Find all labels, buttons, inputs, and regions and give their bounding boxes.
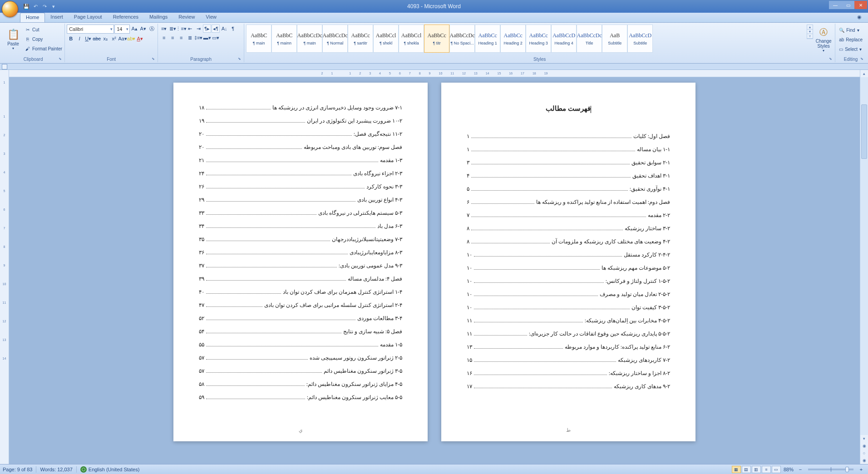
style-item[interactable]: AaBbCcDc¶ Normal [322,25,348,53]
show-marks-icon[interactable]: ¶ [229,25,237,33]
minimize-button[interactable]: — [829,1,842,9]
multilevel-icon[interactable]: ⋮≡▾ [177,25,185,33]
select-button[interactable]: ▭Select ▾ [839,44,863,54]
view-draft-icon[interactable]: ▭ [772,466,781,473]
underline-icon[interactable]: U▾ [84,35,92,43]
inc-indent-icon[interactable]: ⇥ [194,25,202,33]
paste-button[interactable]: 📋 Paste ▾ [4,25,23,54]
view-outline-icon[interactable]: ≡ [762,466,771,473]
align-left-icon[interactable]: ≡ [160,34,168,42]
toc-line: ۳-۵-۲ کیفیت توان۱۰ [467,304,670,311]
numbering-icon[interactable]: ≣▾ [168,25,177,33]
ltr-icon[interactable]: ¶▸ [203,25,211,33]
quick-access-toolbar: 💾 ↶ ↷ ▾ [23,3,57,10]
tab-view[interactable]: View [200,13,222,22]
styles-scroll[interactable]: ▴▾▿ [807,25,813,39]
replace-button[interactable]: abReplace [839,35,863,44]
rtl-icon[interactable]: ◂¶ [212,25,220,33]
sort-icon[interactable]: A↓ [220,25,228,33]
style-item[interactable]: AaBbCcl¶ shekla [399,25,424,53]
maximize-button[interactable]: ▭ [842,1,854,9]
close-button[interactable]: ✕ [854,1,867,9]
status-page[interactable]: Page: 9 of 83 [3,467,32,472]
zoom-in-icon[interactable]: + [857,465,865,474]
change-case-icon[interactable]: Aa▾ [118,35,127,43]
style-item[interactable]: AaBbCcDSubtitle [627,25,653,53]
font-size-combo[interactable]: 14 [114,25,130,34]
copy-button[interactable]: ⎘Copy [24,35,62,44]
save-icon[interactable]: 💾 [23,3,30,10]
help-icon[interactable]: ◉ [854,13,864,22]
style-item[interactable]: AaBbCc¶ titr [424,25,449,53]
cut-button[interactable]: ✂Cut [24,25,62,34]
tab-home[interactable]: Home [20,13,45,22]
undo-icon[interactable]: ↶ [32,3,39,10]
paste-label: Paste [7,41,19,46]
style-item[interactable]: AaBbCcHeading 3 [526,25,551,53]
dec-indent-icon[interactable]: ⇤ [186,25,194,33]
language-icon[interactable] [80,466,87,473]
style-item[interactable]: AaBbCcDHeading 4 [551,25,577,53]
bold-icon[interactable]: B [67,35,75,43]
shading-icon[interactable]: ▬▾ [203,34,211,42]
view-print-layout-icon[interactable]: ▦ [732,466,741,473]
style-item[interactable]: AaBbCc¶ sartitr [348,25,373,53]
style-item[interactable]: AaBbCcl¶ shekl [373,25,399,53]
highlight-icon[interactable]: ab▾ [127,35,135,43]
scroll-down-icon[interactable]: ▾ [860,435,868,442]
borders-icon[interactable]: ▭▾ [212,34,220,42]
zoom-slider[interactable] [808,469,853,470]
office-button[interactable] [2,1,18,17]
change-styles-button[interactable]: Ⓐ Change Styles ▾ [814,25,833,54]
tab-page-layout[interactable]: Page Layout [69,13,108,22]
status-words[interactable]: Words: 12,037 [40,467,72,472]
tab-mailings[interactable]: Mailings [144,13,173,22]
vertical-scrollbar[interactable]: ▴ ▾ ◉ ○ ◉ [860,70,868,464]
bullets-icon[interactable]: ≡▾ [160,25,168,33]
redo-icon[interactable]: ↷ [41,3,48,10]
style-item[interactable]: AaBbCcDc¶ No Spaci... [449,25,475,53]
browse-object-icon[interactable]: ○ [860,449,868,457]
prev-page-icon[interactable]: ◉ [860,442,868,449]
style-item[interactable]: AaBbCcHeading 1 [475,25,500,53]
style-item[interactable]: AaBbCcDcTitle [577,25,602,53]
toc-line: ۴-۳ انواع توربین بادی۲۹ [199,197,402,203]
zoom-level[interactable]: 88% [784,467,794,472]
qat-more-icon[interactable]: ▾ [50,3,57,10]
styles-gallery[interactable]: AaBbC¶ mainAaBbC¶ mainnAaBbCcDc¶ matnAaB… [246,25,806,53]
zoom-out-icon[interactable]: − [796,465,804,474]
style-item[interactable]: AaBbC¶ mainn [271,25,297,53]
ruler-toggle-icon[interactable] [2,64,7,69]
clear-format-icon[interactable]: Ⓐ [148,25,156,33]
format-painter-button[interactable]: 🖌Format Painter [24,44,62,53]
justify-icon[interactable]: ≣ [186,34,194,42]
tab-insert[interactable]: Insert [45,13,69,22]
superscript-icon[interactable]: x² [110,35,118,43]
subscript-icon[interactable]: x₂ [101,35,109,43]
status-language[interactable]: English (United States) [89,467,140,472]
style-item[interactable]: AaBSubtitle [602,25,627,53]
italic-icon[interactable]: I [75,35,84,43]
grow-font-icon[interactable]: A▴ [130,25,138,33]
tab-references[interactable]: References [108,13,144,22]
style-item[interactable]: AaBbC¶ main [246,25,271,53]
font-color-icon[interactable]: A▾ [136,35,144,43]
align-center-icon[interactable]: ≡ [168,34,177,42]
toc-line: ۳-۵ ژنراتور سنکرون مغناطیس دائم۵۷ [199,368,402,375]
style-item[interactable]: AaBbCcHeading 2 [500,25,526,53]
font-name-combo[interactable]: Calibri [67,25,114,34]
find-button[interactable]: 🔍Find ▾ [839,25,863,35]
scroll-thumb[interactable] [861,104,867,159]
tab-review[interactable]: Review [173,13,200,22]
align-right-icon[interactable]: ≡ [177,34,185,42]
strike-icon[interactable]: abc [93,35,101,43]
next-page-icon[interactable]: ◉ [860,457,868,464]
shrink-font-icon[interactable]: A▾ [139,25,147,33]
toc-line: فصل سوم: توربین های بادی ومباحث مربوطه۲۰ [199,144,402,151]
view-web-icon[interactable]: ▥ [752,466,761,473]
line-spacing-icon[interactable]: ‡≡▾ [194,34,202,42]
scroll-up-icon[interactable]: ▴ [860,70,868,77]
document-scroll[interactable]: 1918171615141312111098765432112 ۷-۱ ضرور… [9,70,860,464]
style-item[interactable]: AaBbCcDc¶ matn [297,25,322,53]
view-full-screen-icon[interactable]: ▤ [742,466,751,473]
